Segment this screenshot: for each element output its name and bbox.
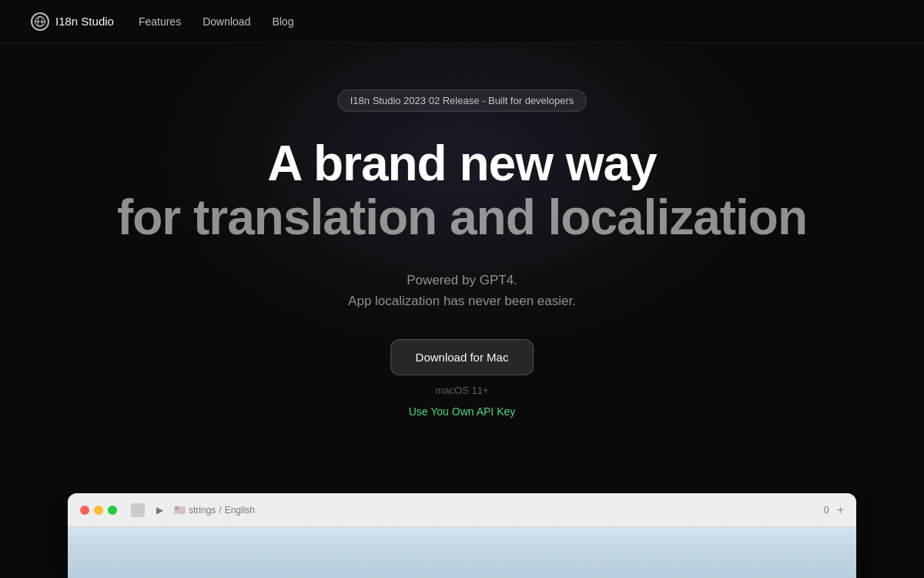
- nav-link-blog[interactable]: Blog: [272, 15, 293, 28]
- breadcrumb-strings: strings: [189, 505, 216, 516]
- side-gradient-right: [856, 493, 924, 578]
- toolbar-add-button[interactable]: +: [837, 503, 844, 517]
- hero-title-line2: for translation and localization: [117, 190, 807, 244]
- macos-version-label: macOS 11+: [435, 385, 488, 396]
- api-key-link[interactable]: Use You Own API Key: [409, 405, 516, 418]
- nav-logo-text: I18n Studio: [55, 15, 114, 28]
- app-screenshot: ▶ 🇺🇸 strings / English 0 +: [68, 493, 856, 578]
- app-content-clouds: [68, 547, 856, 578]
- nav-link-download[interactable]: Download: [203, 15, 250, 28]
- breadcrumb-flag: 🇺🇸: [174, 505, 186, 516]
- app-toolbar: ▶ 🇺🇸 strings / English 0 +: [68, 493, 856, 527]
- toolbar-count: 0: [824, 505, 829, 516]
- hero-section: I18n Studio 2023 02 Release - Built for …: [0, 43, 924, 418]
- nav-links: Features Download Blog: [139, 15, 294, 29]
- breadcrumb-separator: /: [219, 505, 221, 516]
- hero-title: A brand new way for translation and loca…: [117, 136, 807, 245]
- toolbar-breadcrumb: 🇺🇸 strings / English: [174, 505, 255, 516]
- side-gradient-left: [0, 493, 68, 578]
- traffic-lights: [80, 506, 117, 515]
- badge-text: I18n Studio 2023 02 Release - Built for …: [350, 95, 574, 106]
- nav-link-features[interactable]: Features: [139, 15, 181, 28]
- hero-title-line1: A brand new way: [117, 136, 807, 190]
- hero-subtitle-line2: App localization has never been easier.: [348, 291, 576, 311]
- breadcrumb-language: English: [225, 505, 255, 516]
- hero-subtitle: Powered by GPT4. App localization has ne…: [348, 270, 576, 311]
- release-badge: I18n Studio 2023 02 Release - Built for …: [337, 89, 588, 112]
- traffic-light-green: [108, 506, 117, 515]
- nav-item-features[interactable]: Features: [139, 15, 181, 29]
- nav-item-download[interactable]: Download: [203, 15, 250, 29]
- globe-icon: [31, 12, 49, 31]
- nav-logo[interactable]: I18n Studio: [31, 12, 114, 31]
- play-icon: ▶: [152, 503, 166, 517]
- app-content-sky: [68, 527, 856, 578]
- traffic-light-yellow: [94, 506, 103, 515]
- navbar: I18n Studio Features Download Blog: [0, 0, 924, 43]
- nav-item-blog[interactable]: Blog: [272, 15, 293, 29]
- traffic-light-red: [80, 506, 89, 515]
- toolbar-icon: [131, 503, 145, 517]
- hero-subtitle-line1: Powered by GPT4.: [348, 270, 576, 291]
- download-mac-button[interactable]: Download for Mac: [390, 339, 534, 375]
- screenshot-section: ▶ 🇺🇸 strings / English 0 +: [0, 493, 924, 578]
